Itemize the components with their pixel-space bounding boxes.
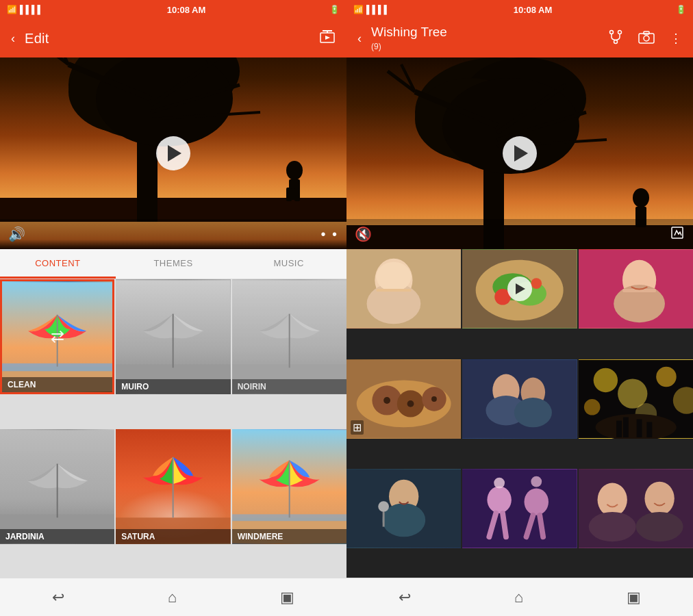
svg-rect-105	[462, 470, 577, 548]
battery-icon: 🔋	[329, 5, 340, 14]
theme-jardinia[interactable]: JARDINIA	[0, 429, 114, 544]
left-sound-icon[interactable]: 🔊	[8, 226, 25, 242]
left-back-nav[interactable]: ↩	[41, 583, 75, 612]
svg-point-86	[431, 396, 437, 402]
right-bottom-nav: ↩ ⌂ ▣	[346, 578, 693, 616]
right-home-nav[interactable]: ⌂	[503, 583, 534, 612]
left-video-controls: 🔊 • •	[0, 219, 346, 249]
svg-point-67	[376, 262, 411, 292]
svg-point-61	[633, 188, 649, 207]
right-status-icons: 📶 ▌▌▌▌	[353, 5, 390, 14]
svg-point-113	[588, 512, 635, 541]
svg-point-114	[635, 512, 683, 541]
right-subtitle: (9)	[371, 42, 381, 51]
svg-point-112	[644, 482, 674, 515]
left-battery-icons: 🔋	[329, 5, 340, 14]
svg-point-93	[593, 368, 617, 392]
right-play-button[interactable]	[503, 136, 537, 170]
tab-music[interactable]: MUSIC	[231, 249, 346, 279]
svg-point-103	[378, 502, 389, 513]
theme-satura-label: SATURA	[116, 529, 230, 544]
theme-satura[interactable]: SATURA	[116, 429, 230, 544]
photo-cell-5[interactable]	[462, 359, 577, 439]
theme-muiro[interactable]: MUIRO	[116, 279, 230, 394]
fork-icon[interactable]	[603, 24, 629, 53]
theme-noirin-label: NOIRIN	[232, 379, 346, 394]
camera-icon[interactable]	[633, 25, 660, 53]
export-button[interactable]	[314, 25, 341, 53]
left-recents-nav[interactable]: ▣	[269, 583, 305, 612]
left-panel: 📶 ▌▌▌▌ 10:08 AM 🔋 ‹ Edit	[0, 0, 346, 616]
left-tabs-bar: CONTENT THEMES MUSIC	[0, 249, 346, 279]
svg-rect-87	[462, 360, 577, 438]
svg-point-42	[618, 30, 622, 34]
right-video-controls: 🔇	[346, 219, 693, 249]
svg-marker-1	[325, 36, 330, 40]
right-video-preview: 🔇	[346, 57, 693, 249]
photo-cell-6[interactable]	[579, 359, 693, 439]
right-time: 10:08 AM	[514, 5, 553, 15]
theme-muiro-label: MUIRO	[116, 379, 230, 394]
svg-point-106	[488, 487, 512, 513]
right-battery-icon: 🔋	[676, 5, 686, 14]
photo-play-tri-2	[516, 283, 525, 294]
svg-point-47	[644, 36, 649, 41]
right-battery-icons: 🔋	[676, 5, 686, 14]
svg-point-41	[610, 30, 614, 34]
right-panel: 📶 ▌▌▌▌ 10:08 AM 🔋 ‹ Wishing Tree (9)	[346, 0, 693, 616]
photo-cell-9[interactable]	[579, 469, 693, 548]
theme-windmere[interactable]: WINDMERE	[232, 429, 346, 544]
left-time: 10:08 AM	[167, 5, 206, 15]
photo-cell-7[interactable]	[346, 469, 461, 548]
theme-clean-label: CLEAN	[2, 377, 112, 392]
svg-rect-68	[376, 289, 411, 292]
right-wifi-icon: 📶	[353, 5, 364, 14]
left-status-bar: 📶 ▌▌▌▌ 10:08 AM 🔋	[0, 0, 346, 19]
svg-point-102	[382, 503, 425, 537]
right-mute-icon[interactable]: 🔇	[355, 226, 372, 242]
more-icon[interactable]: ⋮	[664, 25, 688, 51]
left-more-icon[interactable]: • •	[320, 227, 338, 242]
right-play-triangle-icon	[514, 145, 528, 162]
svg-point-84	[383, 397, 390, 404]
right-recents-nav[interactable]: ▣	[616, 583, 652, 612]
right-back-button[interactable]: ‹	[352, 26, 367, 51]
left-bottom-nav: ↩ ⌂ ▣	[0, 578, 346, 616]
svg-point-85	[407, 400, 414, 407]
right-status-bar: 📶 ▌▌▌▌ 10:08 AM 🔋	[346, 0, 693, 19]
photo-cell-1[interactable]	[346, 249, 461, 329]
back-button[interactable]: ‹	[5, 26, 21, 51]
left-play-button[interactable]	[156, 136, 190, 170]
svg-rect-5	[0, 198, 346, 222]
theme-noirin[interactable]: NOIRIN	[232, 279, 346, 394]
svg-point-16	[286, 161, 303, 180]
svg-point-74	[531, 278, 542, 289]
tab-themes[interactable]: THEMES	[116, 249, 231, 279]
right-signal-icon: ▌▌▌▌	[366, 5, 390, 14]
right-edit-icon[interactable]	[670, 225, 685, 244]
svg-rect-48	[644, 31, 649, 34]
photo-cell-2[interactable]	[462, 249, 577, 329]
photo-cell-4[interactable]: ⊞	[346, 359, 461, 439]
right-back-nav[interactable]: ↩	[388, 583, 422, 612]
theme-jardinia-label: JARDINIA	[0, 529, 114, 544]
right-title-group: Wishing Tree (9)	[371, 25, 598, 52]
edit-title: Edit	[25, 31, 49, 47]
photo-grid: ⊞	[346, 249, 693, 578]
photo-cell-8[interactable]	[462, 469, 577, 548]
play-triangle-icon	[168, 145, 181, 162]
photo-cell-3[interactable]	[579, 249, 693, 329]
svg-point-91	[514, 398, 552, 427]
svg-point-108	[494, 478, 505, 489]
left-home-nav[interactable]: ⌂	[157, 583, 188, 612]
left-app-bar: ‹ Edit	[0, 19, 346, 57]
theme-clean[interactable]: ⇄ CLEAN	[0, 279, 114, 394]
wifi-icon: 📶	[7, 5, 17, 14]
photo-play-btn-2[interactable]	[507, 277, 532, 301]
svg-point-109	[531, 476, 542, 487]
theme-windmere-label: WINDMERE	[232, 529, 346, 544]
right-title: Wishing Tree	[371, 25, 598, 40]
left-status-icons: 📶 ▌▌▌▌	[7, 5, 43, 14]
tab-content[interactable]: CONTENT	[0, 249, 116, 279]
svg-rect-46	[639, 34, 654, 43]
